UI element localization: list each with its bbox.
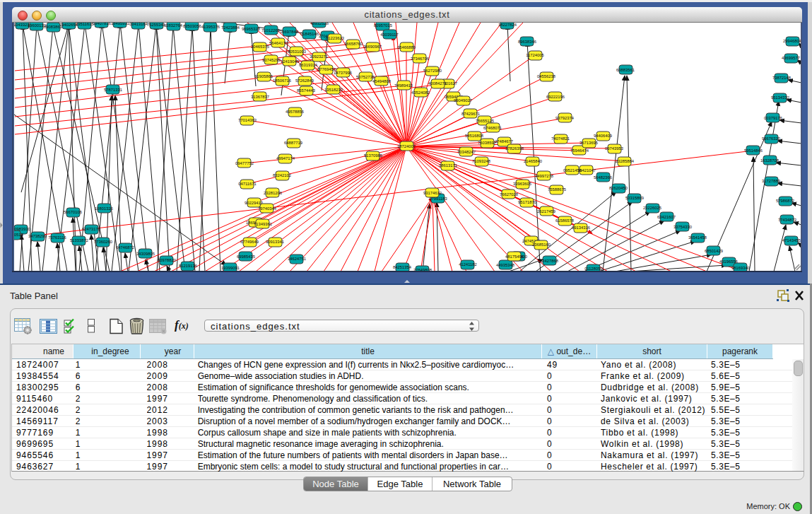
svg-text:91905865: 91905865 (254, 74, 273, 78)
svg-text:23226025: 23226025 (643, 206, 661, 210)
svg-text:95134332: 95134332 (771, 95, 789, 100)
svg-text:41241182: 41241182 (459, 262, 476, 267)
svg-text:43039117: 43039117 (380, 33, 398, 37)
svg-text:09477752: 09477752 (235, 161, 254, 165)
svg-text:47143455: 47143455 (782, 238, 801, 243)
svg-text:12419049: 12419049 (281, 59, 299, 64)
svg-text:79740344: 79740344 (258, 206, 277, 211)
svg-text:71093248: 71093248 (472, 159, 490, 163)
svg-text:43524082: 43524082 (411, 90, 430, 95)
svg-text:87769453: 87769453 (317, 67, 336, 71)
svg-text:57986872: 57986872 (776, 199, 794, 203)
svg-text:34309805: 34309805 (136, 252, 155, 256)
svg-text:96965328: 96965328 (242, 27, 260, 31)
svg-text:04556238: 04556238 (537, 74, 555, 78)
svg-text:19399091: 19399091 (221, 266, 240, 270)
svg-text:73763116: 73763116 (48, 235, 66, 240)
svg-text:93676320: 93676320 (762, 136, 780, 141)
svg-text:64746872: 64746872 (116, 245, 134, 250)
svg-text:74989413: 74989413 (394, 83, 413, 88)
svg-text:26217459: 26217459 (537, 209, 555, 214)
svg-text:56464170: 56464170 (269, 41, 288, 45)
svg-text:37346706: 37346706 (411, 57, 429, 61)
svg-text:52427868: 52427868 (540, 259, 558, 263)
svg-text:75588675: 75588675 (548, 187, 566, 192)
svg-text:68501429: 68501429 (705, 249, 723, 253)
svg-text:70348247: 70348247 (457, 150, 476, 154)
svg-text:33754330: 33754330 (673, 225, 692, 229)
svg-text:30923271: 30923271 (310, 54, 328, 59)
svg-text:73872148: 73872148 (772, 76, 791, 80)
svg-text:62473178: 62473178 (82, 227, 100, 231)
svg-text:05466889: 05466889 (397, 45, 416, 49)
svg-text:08613171: 08613171 (439, 163, 457, 168)
svg-text:20465375: 20465375 (251, 45, 269, 49)
svg-text:87429671: 87429671 (461, 112, 480, 116)
svg-text:18227824: 18227824 (498, 23, 517, 27)
svg-text:90229413: 90229413 (245, 201, 263, 205)
svg-text:27484677: 27484677 (495, 139, 513, 144)
svg-text:64887719: 64887719 (284, 141, 302, 145)
svg-text:40084271: 40084271 (428, 81, 447, 86)
svg-text:75946474: 75946474 (570, 148, 589, 153)
svg-text:43699577: 43699577 (782, 56, 800, 60)
svg-text:16658760: 16658760 (344, 42, 363, 46)
svg-text:48175496: 48175496 (505, 255, 524, 259)
svg-text:71012269: 71012269 (261, 28, 280, 33)
svg-text:16697848: 16697848 (280, 30, 298, 34)
svg-text:56670106: 56670106 (64, 210, 82, 214)
svg-text:56272980: 56272980 (423, 69, 442, 73)
svg-text:31367837: 31367837 (251, 95, 269, 99)
svg-text:83503056: 83503056 (183, 24, 201, 28)
svg-text:37826398: 37826398 (505, 146, 524, 151)
svg-text:00379176: 00379176 (764, 116, 782, 120)
svg-text:93745299: 93745299 (262, 58, 281, 62)
svg-text:98169340: 98169340 (731, 266, 750, 270)
svg-text:71349361: 71349361 (254, 222, 272, 226)
svg-text:29946804: 29946804 (783, 39, 802, 43)
svg-text:49947174: 49947174 (276, 156, 295, 160)
svg-text:23685160: 23685160 (532, 243, 551, 247)
svg-text:94406409: 94406409 (594, 134, 612, 138)
svg-text:11724005: 11724005 (526, 53, 543, 57)
svg-text:76627028: 76627028 (500, 192, 518, 197)
svg-text:36690967: 36690967 (363, 45, 382, 49)
svg-text:09743953: 09743953 (605, 146, 623, 151)
svg-text:92832764: 92832764 (164, 23, 183, 28)
svg-text:01845146: 01845146 (300, 32, 319, 36)
svg-text:34624751: 34624751 (288, 257, 306, 261)
svg-text:09521456: 09521456 (563, 168, 582, 173)
svg-text:23511615: 23511615 (76, 23, 93, 26)
svg-text:13518233: 13518233 (324, 88, 343, 92)
svg-text:19600133: 19600133 (28, 23, 46, 28)
svg-text:56482366: 56482366 (594, 175, 612, 180)
svg-text:59514846: 59514846 (744, 148, 763, 153)
svg-text:36541458: 36541458 (688, 235, 707, 240)
svg-text:44935348: 44935348 (496, 263, 514, 267)
svg-text:14737996: 14737996 (334, 71, 352, 75)
svg-text:90913341: 90913341 (266, 240, 284, 244)
svg-text:67468071: 67468071 (483, 126, 502, 130)
svg-text:57262849: 57262849 (295, 78, 314, 83)
svg-text:36713695: 36713695 (579, 141, 598, 145)
svg-text:95171870: 95171870 (518, 200, 536, 204)
svg-text:10310518: 10310518 (14, 233, 23, 237)
svg-text:41395376: 41395376 (201, 25, 220, 29)
svg-text:23285884: 23285884 (616, 159, 635, 163)
svg-text:16328708: 16328708 (760, 158, 779, 163)
svg-text:74074821: 74074821 (551, 136, 570, 141)
svg-text:63421607: 63421607 (657, 215, 676, 219)
svg-text:34738299: 34738299 (28, 234, 47, 238)
svg-text:77434873: 77434873 (778, 218, 796, 222)
svg-text:93792374: 93792374 (555, 116, 575, 120)
svg-text:31727889: 31727889 (762, 179, 780, 183)
svg-text:00978820: 00978820 (158, 258, 176, 262)
svg-text:80531003: 80531003 (288, 49, 306, 54)
svg-text:81219136: 81219136 (179, 264, 197, 268)
svg-text:81223623: 81223623 (326, 36, 344, 40)
svg-text:89638346: 89638346 (518, 40, 536, 44)
svg-text:09134316: 09134316 (572, 226, 590, 230)
svg-text:03413164: 03413164 (129, 23, 148, 26)
svg-text:51370985: 51370985 (364, 153, 382, 158)
svg-text:84251354: 84251354 (393, 265, 412, 269)
